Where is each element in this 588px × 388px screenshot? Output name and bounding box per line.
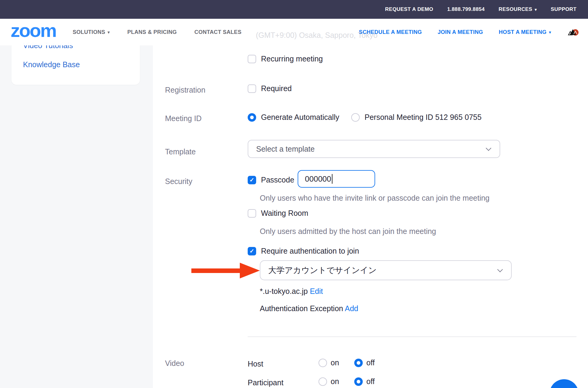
main-navbar: (GMT+9:00) Osaka, Sapporo, Tokyo zoom SO… [0, 19, 588, 45]
waiting-room-checkbox[interactable] [248, 209, 256, 218]
passcode-label: Passcode [261, 176, 294, 184]
chevron-down-icon [497, 267, 503, 272]
host-meeting-label: HOST A MEETING [499, 29, 547, 35]
require-authentication-label: Require authentication to join [261, 247, 359, 255]
template-select[interactable]: Select a template [248, 140, 500, 158]
video-participant-label: Participant [248, 378, 283, 387]
add-exception-link[interactable]: Add [345, 304, 358, 313]
nav-contact-sales-link[interactable]: CONTACT SALES [194, 29, 242, 35]
registration-label: Registration [165, 86, 205, 94]
generate-automatically-radio[interactable] [248, 113, 256, 122]
edit-domain-link[interactable]: Edit [310, 287, 323, 295]
template-select-value: Select a template [256, 145, 315, 153]
resources-label: RESOURCES [499, 6, 532, 12]
auth-exception-row: Authentication Exception Add [260, 304, 358, 313]
phone-number[interactable]: 1.888.799.8854 [447, 6, 485, 12]
registration-required-label: Required [261, 84, 292, 93]
auth-exception-label: Authentication Exception [260, 304, 343, 313]
host-video-off-radio[interactable] [354, 359, 363, 367]
recurring-meeting-checkbox[interactable] [248, 55, 256, 63]
user-avatar[interactable] [567, 26, 580, 38]
host-video-on-radio[interactable] [319, 359, 327, 367]
personal-meeting-id-radio[interactable] [351, 113, 360, 122]
passcode-input[interactable]: 000000 [298, 170, 375, 188]
zoom-logo[interactable]: zoom [11, 21, 56, 43]
host-video-off-label: off [366, 358, 375, 367]
check-icon: ✓ [249, 177, 254, 183]
registration-required-checkbox[interactable] [248, 84, 256, 93]
recurring-meeting-label: Recurring meeting [261, 54, 323, 63]
nav-join-meeting-link[interactable]: JOIN A MEETING [438, 29, 483, 35]
participant-video-off-label: off [366, 377, 375, 386]
chevron-down-icon [486, 145, 491, 151]
participant-video-on-label: on [331, 377, 339, 386]
participant-video-on-radio[interactable] [319, 377, 327, 386]
check-icon: ✓ [249, 248, 254, 254]
nav-plans-pricing-link[interactable]: PLANS & PRICING [127, 29, 177, 35]
nav-solutions-menu[interactable]: SOLUTIONS ▾ [73, 29, 110, 35]
zoom-schedule-meeting-page: Video Tutorials Knowledge Base Recurring… [0, 0, 588, 388]
support-link[interactable]: SUPPORT [551, 6, 576, 12]
waiting-room-label: Waiting Room [261, 209, 308, 218]
chevron-down-icon: ▾ [108, 30, 110, 34]
nav-host-meeting-menu[interactable]: HOST A MEETING ▾ [499, 29, 551, 35]
sidebar-item-knowledge-base[interactable]: Knowledge Base [23, 60, 80, 69]
avatar-mountain-logo-icon [567, 26, 580, 38]
resources-menu[interactable]: RESOURCES ▾ [499, 6, 537, 12]
generate-automatically-label: Generate Automatically [261, 113, 339, 122]
authentication-method-select[interactable]: 大学アカウントでサインイン [260, 260, 512, 280]
auth-domain-value: *.u-tokyo.ac.jp [260, 287, 308, 295]
nav-schedule-meeting-link[interactable]: SCHEDULE A MEETING [359, 29, 422, 35]
utility-topbar: REQUEST A DEMO 1.888.799.8854 RESOURCES … [0, 0, 588, 19]
chevron-down-icon: ▾ [535, 8, 537, 12]
host-video-on-label: on [331, 358, 339, 367]
section-divider [248, 336, 576, 337]
require-authentication-checkbox[interactable]: ✓ [248, 247, 256, 255]
solutions-label: SOLUTIONS [73, 29, 105, 35]
passcode-value: 000000 [305, 174, 331, 184]
template-label: Template [165, 147, 196, 156]
personal-meeting-id-label: Personal Meeting ID 512 965 0755 [365, 113, 481, 122]
meeting-id-label: Meeting ID [165, 114, 202, 123]
passcode-help-text: Only users who have the invite link or p… [260, 194, 490, 202]
security-label: Security [165, 177, 192, 186]
video-host-label: Host [248, 360, 263, 368]
authentication-method-value: 大学アカウントでサインイン [268, 265, 377, 276]
video-label: Video [165, 359, 184, 368]
auth-domain-row: *.u-tokyo.ac.jp Edit [260, 287, 323, 296]
red-annotation-arrow [191, 263, 260, 278]
waiting-room-help-text: Only users admitted by the host can join… [260, 227, 436, 236]
text-cursor [332, 174, 332, 184]
help-chat-bubble-button[interactable] [550, 379, 579, 388]
chevron-down-icon: ▾ [549, 30, 551, 34]
participant-video-off-radio[interactable] [354, 377, 363, 386]
passcode-checkbox[interactable]: ✓ [248, 176, 256, 184]
request-demo-link[interactable]: REQUEST A DEMO [385, 6, 433, 12]
